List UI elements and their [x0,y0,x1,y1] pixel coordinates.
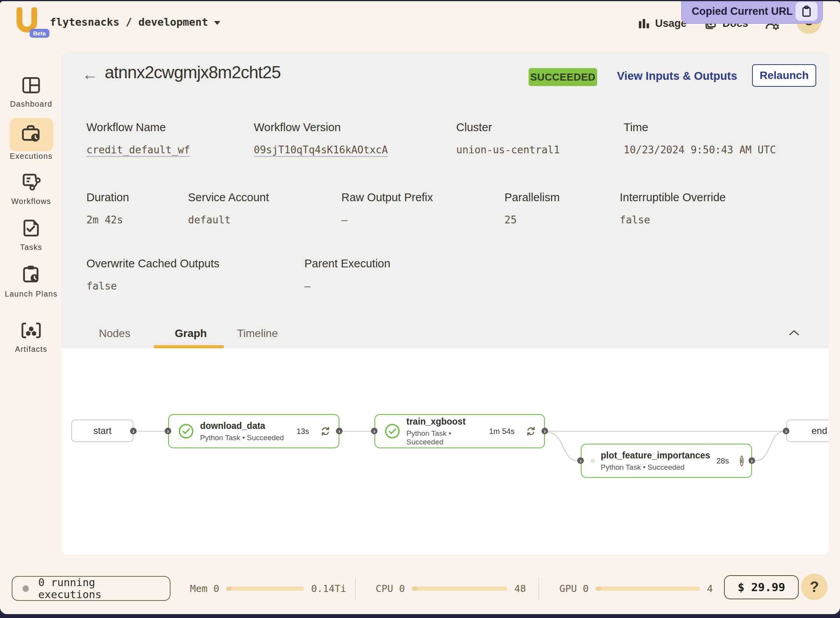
node-duration: 28s [716,456,729,465]
beta-badge: Beta [30,29,49,38]
tasks-icon [21,218,41,238]
field-parent-execution: Parent Execution – [304,257,390,292]
executions-icon [21,123,42,144]
node-port: › [165,428,171,434]
field-value: false [620,214,726,226]
node-port: › [336,428,343,434]
node-title: download_data [200,421,290,431]
mem-meter: Mem 0 0.14Ti [190,576,346,601]
workflow-version-link[interactable]: 09sjT10qTq4sK16kAOtxcA [254,144,388,156]
node-port: › [783,428,789,434]
sidebar-label: Tasks [20,242,42,253]
node-port: › [130,428,137,434]
tab-graph[interactable]: Graph [175,327,207,340]
success-check-icon [591,453,594,469]
field-label: Overwrite Cached Outputs [86,257,220,270]
graph-node-start[interactable]: start [71,420,134,442]
back-arrow[interactable]: ← [82,66,98,83]
view-inputs-outputs-link[interactable]: View Inputs & Outputs [617,70,737,83]
gpu-meter: GPU 0 4 [559,576,713,601]
node-duration: 13s [297,427,309,436]
success-check-icon [385,423,400,439]
field-value: 2m 42s [86,214,129,226]
field-label: Interruptible Override [620,191,726,204]
chevron-up-icon[interactable] [788,329,800,337]
cache-icon [320,426,331,437]
tab-timeline[interactable]: Timeline [237,327,278,340]
graph-node-download-data[interactable]: download_data Python Task • Succeeded 13… [168,414,339,448]
node-port: › [371,428,378,434]
info-icon[interactable]: i [740,456,743,466]
sidebar-label: Workflows [11,196,51,207]
field-label: Raw Output Prefix [341,191,433,204]
meter-label: GPU 0 [559,583,589,594]
field-value: 10/23/2024 9:50:43 AM UTC [624,144,776,156]
field-value: false [86,280,220,292]
help-glyph: ? [810,579,819,595]
chevron-down-icon [214,21,220,25]
node-subtitle: Python Task • Succeeded [200,434,290,442]
field-raw-output-prefix: Raw Output Prefix – [341,191,433,226]
union-logo[interactable]: Beta [14,7,40,38]
sidebar-item-artifacts[interactable]: Artifacts [0,321,62,355]
relaunch-button[interactable]: Relaunch [752,64,816,87]
field-label: Time [624,121,776,134]
footer-divider [538,578,539,599]
mem-meter-bar [226,586,304,591]
success-check-icon [178,423,194,439]
running-executions-label: 0 running executions [38,576,160,600]
node-title: train_xgboost [406,416,483,427]
field-label: Duration [86,191,129,204]
sidebar-label: Executions [10,151,53,162]
field-parallelism: Parallelism 25 [504,191,560,226]
field-label: Cluster [456,121,560,134]
status-dot [23,585,29,592]
usage-button[interactable]: Usage [637,17,687,30]
sidebar-label: Launch Plans [5,288,58,299]
sidebar-label: Artifacts [15,344,47,355]
meter-max: 0.14Ti [311,583,346,594]
copied-url-tooltip: Copied Current URL [681,1,823,24]
sidebar-item-launch-plans[interactable]: Launch Plans [0,264,62,299]
meter-max: 4 [707,583,713,594]
node-label: start [93,425,112,436]
tab-bar: Nodes Graph Timeline [62,320,829,348]
sidebar-item-dashboard[interactable]: Dashboard [0,76,62,109]
workflows-icon [21,172,42,192]
sidebar-item-executions[interactable]: Executions [0,123,62,162]
tab-nodes[interactable]: Nodes [99,327,130,340]
field-time: Time 10/23/2024 9:50:43 AM UTC [624,121,776,156]
field-value: – [341,214,433,226]
breadcrumb[interactable]: flytesnacks / development [50,16,220,28]
sidebar-item-tasks[interactable]: Tasks [0,218,62,253]
cpu-meter-bar [412,586,507,591]
footer-divider [355,578,356,599]
page-title: atnnx2cwgmjx8m2cht25 [105,63,281,82]
graph-node-plot-feature-importances[interactable]: plot_feature_importances Python Task • S… [581,444,752,478]
bar-chart-icon [637,17,650,30]
help-button[interactable]: ? [801,574,828,600]
graph-node-train-xgboost[interactable]: train_xgboost Python Task • Succeeded 1m… [374,414,545,448]
sidebar-label: Dashboard [10,98,53,109]
field-value: union-us-central1 [456,144,560,156]
dashboard-icon [21,76,41,95]
field-interruptible-override: Interruptible Override false [620,191,726,226]
running-executions-pill[interactable]: 0 running executions [12,576,170,601]
copy-icon [801,5,812,18]
node-title: plot_feature_importances [601,450,710,461]
graph-node-end[interactable]: end [786,420,829,442]
field-value: 25 [504,214,560,226]
node-port: › [749,457,755,464]
app-window: Beta flytesnacks / development Usage [0,1,840,614]
workflow-name-link[interactable]: credit_default_wf [86,144,190,156]
field-duration: Duration 2m 42s [86,191,129,226]
field-label: Service Account [188,191,269,204]
workflow-graph-canvas[interactable]: start download_data Python Task • Succee… [62,348,829,555]
field-label: Workflow Version [254,121,388,134]
info-glyph: i [741,457,743,465]
field-workflow-name: Workflow Name credit_default_wf [86,121,190,156]
copy-url-button[interactable] [795,2,818,21]
billing-button[interactable]: $ 29.99 [724,575,799,599]
sidebar-item-workflows[interactable]: Workflows [0,172,62,207]
field-service-account: Service Account default [188,191,269,226]
